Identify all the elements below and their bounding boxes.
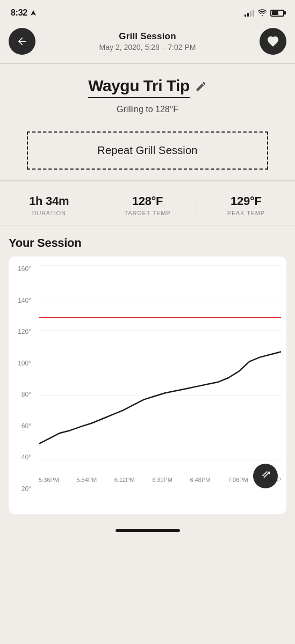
x-label-612: 6:12PM xyxy=(114,477,135,483)
stat-target-temp-value: 128°F xyxy=(98,194,196,208)
back-arrow-icon xyxy=(16,35,28,47)
repeat-grill-button[interactable]: Repeat Grill Session xyxy=(27,131,268,170)
battery-icon xyxy=(270,10,284,17)
stat-duration: 1h 34m DURATION xyxy=(0,190,98,221)
stat-peak-temp: 129°F PEAK TEMP xyxy=(197,190,295,221)
chart-inner: 5:36PM 5:54PM 6:12PM 6:30PM 6:48PM 7:06P… xyxy=(39,265,281,493)
header-subtitle: May 2, 2020, 5:28 – 7:02 PM xyxy=(35,43,260,52)
chart-container: 160° 140° 120° 100° 80° 60° 40° 20° xyxy=(9,257,286,514)
header-center: Grill Session May 2, 2020, 5:28 – 7:02 P… xyxy=(35,31,260,52)
food-title-row: Waygu Tri Tip xyxy=(11,77,284,98)
chart-y-axis: 160° 140° 120° 100° 80° 60° 40° 20° xyxy=(9,265,35,493)
signal-icon xyxy=(244,9,254,17)
stat-duration-label: DURATION xyxy=(0,210,98,216)
navigation-icon xyxy=(30,10,37,16)
wifi-icon xyxy=(257,9,267,17)
header-title: Grill Session xyxy=(35,31,260,42)
stat-peak-temp-value: 129°F xyxy=(197,194,295,208)
heart-icon xyxy=(267,35,279,47)
stat-duration-value: 1h 34m xyxy=(0,194,98,208)
stat-peak-temp-label: PEAK TEMP xyxy=(197,210,295,216)
status-bar: 8:32 xyxy=(0,0,295,24)
status-time: 8:32 xyxy=(11,8,27,18)
x-label-648: 6:48PM xyxy=(190,477,211,483)
x-label-630: 6:30PM xyxy=(152,477,172,483)
repeat-section: Repeat Grill Session xyxy=(0,121,295,180)
x-label-706: 7:06PM xyxy=(228,477,248,483)
stats-row: 1h 34m DURATION 128°F TARGET TEMP 129°F … xyxy=(0,190,295,221)
food-title-section: Waygu Tri Tip Grilling to 128°F xyxy=(0,64,295,121)
food-title: Waygu Tri Tip xyxy=(88,77,190,98)
back-button[interactable] xyxy=(9,28,35,55)
header: Grill Session May 2, 2020, 5:28 – 7:02 P… xyxy=(0,24,295,63)
stats-section: 1h 34m DURATION 128°F TARGET TEMP 129°F … xyxy=(0,181,295,225)
temperature-chart-svg xyxy=(39,265,281,493)
y-label-60: 60° xyxy=(21,422,31,430)
chart-x-axis: 5:36PM 5:54PM 6:12PM 6:30PM 6:48PM 7:06P… xyxy=(12,473,281,493)
edit-button[interactable] xyxy=(195,80,207,94)
x-label-554: 5:54PM xyxy=(76,477,97,483)
chart-section: Your Session 160° 140° 120° 100° 80° 60°… xyxy=(0,225,295,523)
favorite-button[interactable] xyxy=(260,28,286,55)
y-label-40: 40° xyxy=(21,453,31,461)
home-bar xyxy=(116,529,180,532)
y-label-120: 120° xyxy=(18,328,31,335)
stat-target-temp: 128°F TARGET TEMP xyxy=(98,190,196,221)
expand-chart-button[interactable] xyxy=(253,464,278,488)
stat-target-temp-label: TARGET TEMP xyxy=(98,210,196,216)
pencil-icon xyxy=(195,80,207,92)
y-label-140: 140° xyxy=(18,297,31,304)
grilling-target: Grilling to 128°F xyxy=(11,105,284,114)
y-label-100: 100° xyxy=(18,360,31,367)
status-icons xyxy=(244,9,284,17)
y-label-160: 160° xyxy=(18,265,31,273)
chart-title: Your Session xyxy=(9,236,286,250)
y-label-80: 80° xyxy=(21,391,31,398)
home-indicator xyxy=(0,523,295,536)
x-label-536: 5:36PM xyxy=(39,477,59,483)
expand-icon xyxy=(260,470,271,482)
